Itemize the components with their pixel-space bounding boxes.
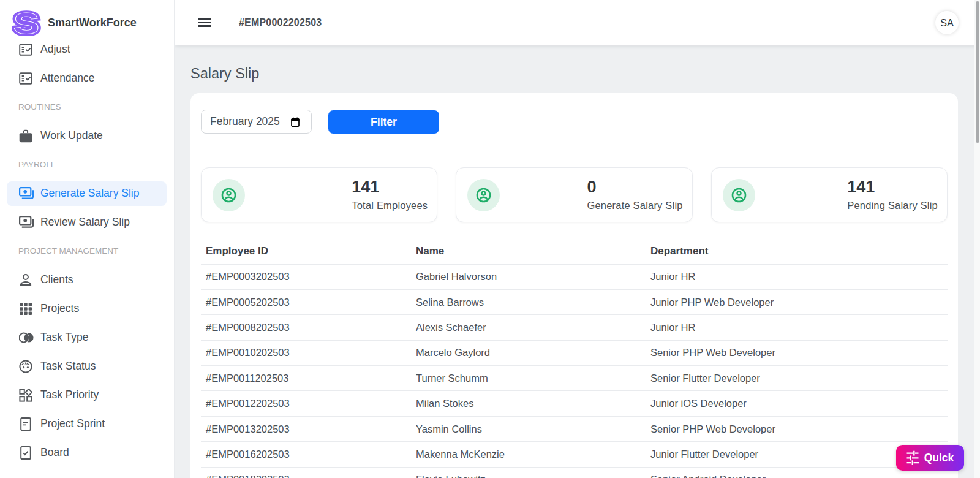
- svg-text:S: S: [13, 10, 39, 36]
